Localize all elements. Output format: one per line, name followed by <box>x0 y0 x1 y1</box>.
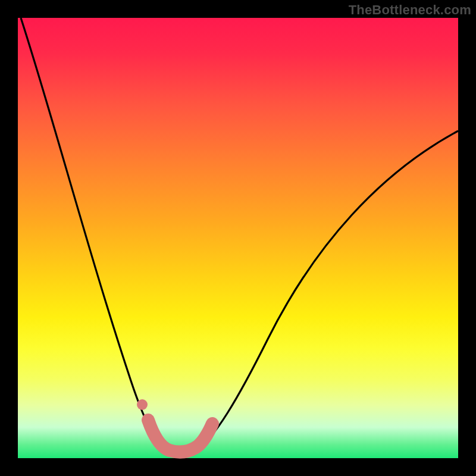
watermark-text: TheBottleneck.com <box>349 2 471 18</box>
chart-svg <box>18 18 458 458</box>
bottleneck-curve <box>21 18 458 453</box>
chart-frame: TheBottleneck.com <box>0 0 476 476</box>
minimum-band <box>148 420 212 452</box>
marker-dot <box>137 399 148 410</box>
